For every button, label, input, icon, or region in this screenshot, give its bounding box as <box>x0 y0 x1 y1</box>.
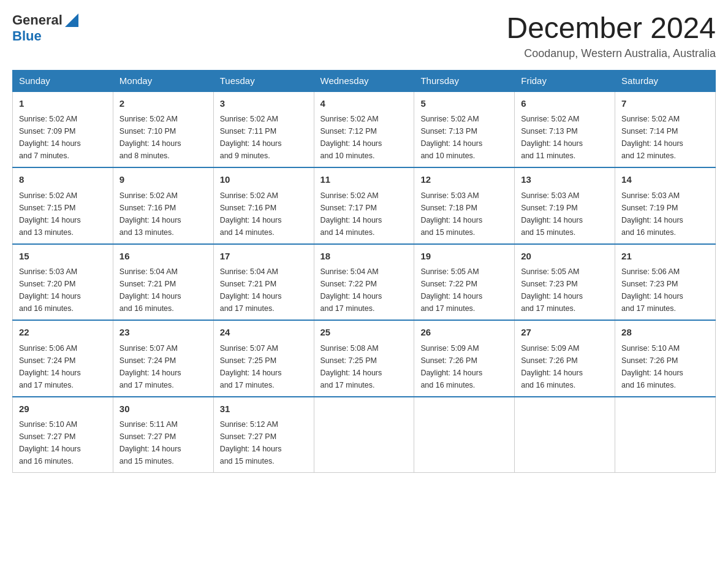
day-number: 9 <box>119 173 207 187</box>
day-number: 12 <box>420 173 508 187</box>
day-info: Sunrise: 5:12 AM Sunset: 7:27 PM Dayligh… <box>220 418 308 467</box>
calendar-row: 15 Sunrise: 5:03 AM Sunset: 7:20 PM Dayl… <box>13 244 716 321</box>
calendar-row: 29 Sunrise: 5:10 AM Sunset: 7:27 PM Dayl… <box>13 397 716 473</box>
day-info: Sunrise: 5:04 AM Sunset: 7:22 PM Dayligh… <box>320 266 408 315</box>
table-row: 15 Sunrise: 5:03 AM Sunset: 7:20 PM Dayl… <box>13 244 113 321</box>
table-row <box>414 397 515 473</box>
table-row: 8 Sunrise: 5:02 AM Sunset: 7:15 PM Dayli… <box>13 167 113 244</box>
table-row: 19 Sunrise: 5:05 AM Sunset: 7:22 PM Dayl… <box>414 244 515 321</box>
table-row: 27 Sunrise: 5:09 AM Sunset: 7:26 PM Dayl… <box>515 320 615 397</box>
table-row: 11 Sunrise: 5:02 AM Sunset: 7:17 PM Dayl… <box>314 167 414 244</box>
location-title: Coodanup, Western Australia, Australia <box>506 47 716 60</box>
logo-icon <box>65 13 78 27</box>
day-number: 3 <box>220 97 308 111</box>
day-info: Sunrise: 5:07 AM Sunset: 7:24 PM Dayligh… <box>119 342 207 391</box>
svg-marker-0 <box>65 13 78 27</box>
day-info: Sunrise: 5:08 AM Sunset: 7:25 PM Dayligh… <box>320 342 408 391</box>
day-number: 18 <box>320 250 408 264</box>
day-number: 5 <box>420 97 508 111</box>
table-row: 9 Sunrise: 5:02 AM Sunset: 7:16 PM Dayli… <box>113 167 213 244</box>
header-monday: Monday <box>113 70 213 91</box>
table-row: 21 Sunrise: 5:06 AM Sunset: 7:23 PM Dayl… <box>615 244 716 321</box>
day-info: Sunrise: 5:06 AM Sunset: 7:23 PM Dayligh… <box>621 266 709 315</box>
table-row: 18 Sunrise: 5:04 AM Sunset: 7:22 PM Dayl… <box>314 244 414 321</box>
day-info: Sunrise: 5:04 AM Sunset: 7:21 PM Dayligh… <box>220 266 308 315</box>
day-info: Sunrise: 5:07 AM Sunset: 7:25 PM Dayligh… <box>220 342 308 391</box>
day-number: 30 <box>119 402 207 416</box>
table-row: 1 Sunrise: 5:02 AM Sunset: 7:09 PM Dayli… <box>13 91 113 168</box>
day-number: 22 <box>19 326 107 340</box>
day-info: Sunrise: 5:10 AM Sunset: 7:27 PM Dayligh… <box>19 418 107 467</box>
day-info: Sunrise: 5:04 AM Sunset: 7:21 PM Dayligh… <box>119 266 207 315</box>
day-info: Sunrise: 5:02 AM Sunset: 7:10 PM Dayligh… <box>119 113 207 162</box>
day-info: Sunrise: 5:09 AM Sunset: 7:26 PM Dayligh… <box>521 342 609 391</box>
table-row <box>615 397 716 473</box>
calendar-row: 22 Sunrise: 5:06 AM Sunset: 7:24 PM Dayl… <box>13 320 716 397</box>
table-row: 30 Sunrise: 5:11 AM Sunset: 7:27 PM Dayl… <box>113 397 213 473</box>
day-info: Sunrise: 5:03 AM Sunset: 7:18 PM Dayligh… <box>420 190 508 239</box>
table-row: 16 Sunrise: 5:04 AM Sunset: 7:21 PM Dayl… <box>113 244 213 321</box>
table-row <box>314 397 414 473</box>
table-row: 10 Sunrise: 5:02 AM Sunset: 7:16 PM Dayl… <box>213 167 314 244</box>
logo: General Blue <box>12 12 78 44</box>
day-info: Sunrise: 5:06 AM Sunset: 7:24 PM Dayligh… <box>19 342 107 391</box>
table-row: 3 Sunrise: 5:02 AM Sunset: 7:11 PM Dayli… <box>213 91 314 168</box>
day-info: Sunrise: 5:11 AM Sunset: 7:27 PM Dayligh… <box>119 418 207 467</box>
day-number: 10 <box>220 173 308 187</box>
day-info: Sunrise: 5:03 AM Sunset: 7:19 PM Dayligh… <box>621 190 709 239</box>
day-number: 21 <box>621 250 709 264</box>
day-number: 17 <box>220 250 308 264</box>
header-saturday: Saturday <box>615 70 716 91</box>
day-info: Sunrise: 5:05 AM Sunset: 7:23 PM Dayligh… <box>521 266 609 315</box>
table-row <box>515 397 615 473</box>
table-row: 25 Sunrise: 5:08 AM Sunset: 7:25 PM Dayl… <box>314 320 414 397</box>
table-row: 23 Sunrise: 5:07 AM Sunset: 7:24 PM Dayl… <box>113 320 213 397</box>
day-number: 1 <box>19 97 107 111</box>
table-row: 12 Sunrise: 5:03 AM Sunset: 7:18 PM Dayl… <box>414 167 515 244</box>
day-number: 25 <box>320 326 408 340</box>
day-info: Sunrise: 5:03 AM Sunset: 7:19 PM Dayligh… <box>521 190 609 239</box>
day-number: 16 <box>119 250 207 264</box>
day-number: 31 <box>220 402 308 416</box>
table-row: 13 Sunrise: 5:03 AM Sunset: 7:19 PM Dayl… <box>515 167 615 244</box>
table-row: 22 Sunrise: 5:06 AM Sunset: 7:24 PM Dayl… <box>13 320 113 397</box>
day-number: 8 <box>19 173 107 187</box>
day-info: Sunrise: 5:02 AM Sunset: 7:16 PM Dayligh… <box>220 190 308 239</box>
table-row: 14 Sunrise: 5:03 AM Sunset: 7:19 PM Dayl… <box>615 167 716 244</box>
day-number: 11 <box>320 173 408 187</box>
day-info: Sunrise: 5:09 AM Sunset: 7:26 PM Dayligh… <box>420 342 508 391</box>
day-info: Sunrise: 5:02 AM Sunset: 7:16 PM Dayligh… <box>119 190 207 239</box>
day-info: Sunrise: 5:02 AM Sunset: 7:17 PM Dayligh… <box>320 190 408 239</box>
day-info: Sunrise: 5:02 AM Sunset: 7:13 PM Dayligh… <box>521 113 609 162</box>
table-row: 29 Sunrise: 5:10 AM Sunset: 7:27 PM Dayl… <box>13 397 113 473</box>
day-number: 2 <box>119 97 207 111</box>
calendar-table: Sunday Monday Tuesday Wednesday Thursday… <box>12 70 716 473</box>
day-number: 7 <box>621 97 709 111</box>
page-header: General Blue December 2024 Coodanup, Wes… <box>12 12 716 60</box>
calendar-row: 1 Sunrise: 5:02 AM Sunset: 7:09 PM Dayli… <box>13 91 716 168</box>
day-info: Sunrise: 5:02 AM Sunset: 7:14 PM Dayligh… <box>621 113 709 162</box>
table-row: 17 Sunrise: 5:04 AM Sunset: 7:21 PM Dayl… <box>213 244 314 321</box>
day-info: Sunrise: 5:02 AM Sunset: 7:15 PM Dayligh… <box>19 190 107 239</box>
day-number: 20 <box>521 250 609 264</box>
day-number: 26 <box>420 326 508 340</box>
day-info: Sunrise: 5:10 AM Sunset: 7:26 PM Dayligh… <box>621 342 709 391</box>
header-friday: Friday <box>515 70 615 91</box>
header-wednesday: Wednesday <box>314 70 414 91</box>
table-row: 26 Sunrise: 5:09 AM Sunset: 7:26 PM Dayl… <box>414 320 515 397</box>
table-row: 4 Sunrise: 5:02 AM Sunset: 7:12 PM Dayli… <box>314 91 414 168</box>
day-info: Sunrise: 5:02 AM Sunset: 7:13 PM Dayligh… <box>420 113 508 162</box>
title-section: December 2024 Coodanup, Western Australi… <box>506 12 716 60</box>
table-row: 6 Sunrise: 5:02 AM Sunset: 7:13 PM Dayli… <box>515 91 615 168</box>
day-number: 28 <box>621 326 709 340</box>
day-number: 19 <box>420 250 508 264</box>
day-info: Sunrise: 5:03 AM Sunset: 7:20 PM Dayligh… <box>19 266 107 315</box>
table-row: 20 Sunrise: 5:05 AM Sunset: 7:23 PM Dayl… <box>515 244 615 321</box>
header-sunday: Sunday <box>13 70 113 91</box>
day-info: Sunrise: 5:02 AM Sunset: 7:09 PM Dayligh… <box>19 113 107 162</box>
day-number: 14 <box>621 173 709 187</box>
table-row: 7 Sunrise: 5:02 AM Sunset: 7:14 PM Dayli… <box>615 91 716 168</box>
day-number: 4 <box>320 97 408 111</box>
day-number: 13 <box>521 173 609 187</box>
calendar-row: 8 Sunrise: 5:02 AM Sunset: 7:15 PM Dayli… <box>13 167 716 244</box>
